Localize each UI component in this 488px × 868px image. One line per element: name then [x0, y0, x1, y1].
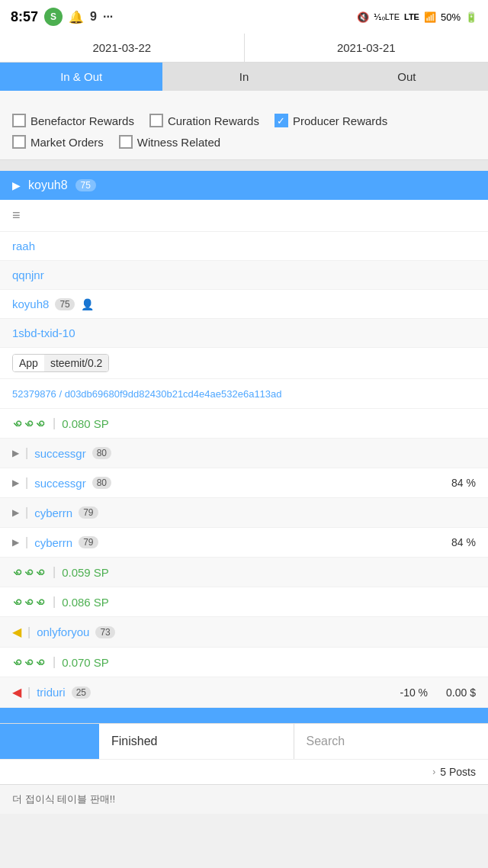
bottom-spacer — [0, 708, 488, 723]
diamond-red-icon: ◀ — [12, 685, 21, 699]
txid-row[interactable]: 1sbd-txid-10 — [0, 319, 488, 348]
cyberrn1-user[interactable]: cyberrn — [34, 506, 72, 519]
successgr2-percent: 84 % — [451, 477, 476, 489]
triduri-dollar: 0.00 $ — [446, 686, 476, 699]
user-header-row[interactable]: ▶ koyuh8 75 — [0, 171, 488, 200]
sp2-value: 0.059 SP — [62, 566, 109, 579]
signal-text: ⅒LTE — [374, 12, 400, 22]
spacer — [0, 91, 488, 103]
steem-icon-2: ꩜꩜꩜ — [12, 566, 47, 579]
header-username[interactable]: koyuh8 — [28, 178, 68, 192]
posts-footer: › 5 Posts — [0, 759, 488, 784]
app-label: App — [13, 355, 44, 371]
content-area: ≡ raah qqnjnr koyuh8 75 👤 1sbd-txid-10 A… — [0, 200, 488, 708]
successgr2-row[interactable]: ▶ | successgr 80 84 % — [0, 468, 488, 498]
play-icon-2[interactable]: ▶ — [12, 477, 19, 488]
sp3-value: 0.086 SP — [62, 596, 109, 609]
producer-label: Producer Rewards — [293, 114, 387, 127]
successgr2-user[interactable]: successgr — [34, 477, 86, 490]
triduri-row[interactable]: ◀ | triduri 25 -10 % 0.00 $ — [0, 677, 488, 708]
status-right: 🔇 ⅒LTE LTE 📶 50% 🔋 — [357, 11, 477, 23]
sp1-row: ꩜꩜꩜ | 0.080 SP — [0, 409, 488, 439]
user-raah-row[interactable]: raah — [0, 232, 488, 261]
filter-benefactor[interactable]: Benefactor Rewards — [12, 114, 134, 127]
market-checkbox[interactable] — [12, 135, 26, 149]
date-bar[interactable]: 2021-03-22 2021-03-21 — [0, 34, 488, 63]
steem-icon-3: ꩜꩜꩜ — [12, 596, 47, 609]
sp2-row: ꩜꩜꩜ | 0.059 SP — [0, 558, 488, 587]
cyberrn2-user[interactable]: cyberrn — [34, 536, 72, 549]
onlyforyou-row[interactable]: ◀ | onlyforyou 73 — [0, 617, 488, 648]
curation-checkbox[interactable] — [149, 114, 163, 127]
filter-producer[interactable]: ✓ Producer Rewards — [274, 114, 387, 127]
ad-bar: 더 접이식 테이블 판매!! — [0, 784, 488, 814]
onlyforyou-badge: 73 — [95, 626, 114, 638]
date-item-2[interactable]: 2021-03-21 — [245, 34, 489, 62]
filter-row-1: Benefactor Rewards Curation Rewards ✓ Pr… — [12, 114, 476, 127]
user-badge: 75 — [75, 179, 96, 191]
user-raah[interactable]: raah — [12, 240, 35, 252]
witness-checkbox[interactable] — [119, 135, 133, 149]
triduri-user[interactable]: triduri — [37, 686, 66, 699]
lte-icon: LTE — [404, 12, 419, 21]
koyuh8-badge: 75 — [55, 298, 74, 310]
triduri-badge: 25 — [72, 686, 91, 699]
benefactor-checkbox[interactable] — [12, 114, 26, 127]
person-icon: 👤 — [81, 298, 94, 310]
hash-row[interactable]: 52379876 / d03db69680f9dd82430b21cd4e4ae… — [0, 379, 488, 409]
filter-market[interactable]: Market Orders — [12, 135, 104, 149]
nine-icon: 9 — [90, 10, 97, 24]
triduri-percent: -10 % — [400, 686, 428, 699]
user-qqnjnr-row[interactable]: qqnjnr — [0, 261, 488, 290]
chevron-icon: › — [432, 767, 435, 777]
finished-label[interactable]: Finished — [99, 724, 294, 759]
sp3-row: ꩜꩜꩜ | 0.086 SP — [0, 587, 488, 617]
sp4-value: 0.070 SP — [62, 656, 109, 669]
txid-link[interactable]: 1sbd-txid-10 — [12, 326, 75, 339]
steem-icon-4: ꩜꩜꩜ — [12, 656, 47, 669]
user-koyuh8[interactable]: koyuh8 — [12, 297, 49, 310]
filter-witness[interactable]: Witness Related — [119, 135, 220, 149]
tab-in[interactable]: In — [162, 63, 325, 91]
cyberrn2-percent: 84 % — [451, 536, 476, 548]
cyberrn1-row[interactable]: ▶ | cyberrn 79 — [0, 498, 488, 528]
date-item-1[interactable]: 2021-03-22 — [0, 34, 245, 62]
tab-in-out[interactable]: In & Out — [0, 63, 162, 91]
signal-bars: 📶 — [424, 11, 436, 23]
user-qqnjnr[interactable]: qqnjnr — [12, 268, 44, 281]
successgr1-badge: 80 — [92, 447, 111, 459]
diamond-yellow-icon: ◀ — [12, 625, 21, 639]
app-value: steemit/0.2 — [44, 355, 108, 371]
user-koyuh8-row[interactable]: koyuh8 75 👤 — [0, 290, 488, 319]
sp4-row: ꩜꩜꩜ | 0.070 SP — [0, 648, 488, 677]
battery-icon: 🔋 — [465, 11, 477, 23]
successgr1-row[interactable]: ▶ | successgr 80 — [0, 439, 488, 468]
app-icon: S — [44, 8, 63, 26]
sp1-value: 0.080 SP — [62, 417, 109, 430]
play-icon-4[interactable]: ▶ — [12, 537, 19, 548]
status-left: 8:57 S 🔔 9 ··· — [11, 8, 113, 26]
hash-link[interactable]: 52379876 / d03db69680f9dd82430b21cd4e4ae… — [12, 388, 282, 400]
battery-display: 50% — [441, 11, 461, 23]
witness-label: Witness Related — [137, 136, 220, 149]
successgr1-user[interactable]: successgr — [34, 447, 86, 460]
filter-curation[interactable]: Curation Rewards — [149, 114, 259, 127]
cyberrn2-badge: 79 — [79, 536, 98, 548]
play-icon-1[interactable]: ▶ — [12, 448, 19, 458]
market-label: Market Orders — [30, 136, 104, 149]
search-label[interactable]: Search — [294, 724, 489, 759]
curation-label: Curation Rewards — [168, 114, 259, 127]
tab-out[interactable]: Out — [326, 63, 488, 91]
section-spacer — [0, 160, 488, 171]
onlyforyou-user[interactable]: onlyforyou — [37, 625, 89, 638]
producer-checkbox[interactable]: ✓ — [274, 114, 288, 127]
more-icon: ··· — [103, 10, 113, 24]
play-icon-3[interactable]: ▶ — [12, 507, 19, 518]
app-tag-row: App steemit/0.2 — [0, 348, 488, 379]
cyberrn1-badge: 79 — [79, 506, 98, 519]
benefactor-label: Benefactor Rewards — [30, 114, 134, 127]
expand-icon[interactable]: ▶ — [12, 179, 21, 191]
ad-text: 더 접이식 테이블 판매!! — [12, 793, 115, 805]
cyberrn2-row[interactable]: ▶ | cyberrn 79 84 % — [0, 528, 488, 558]
bottom-left-blue — [0, 724, 99, 759]
